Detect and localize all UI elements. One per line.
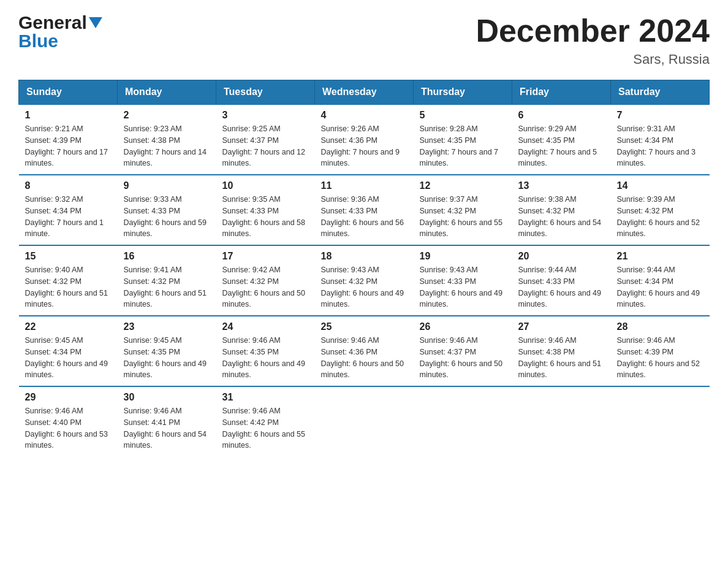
day-info: Sunrise: 9:46 AMSunset: 4:40 PMDaylight:…	[25, 407, 108, 450]
calendar-day-cell: 18 Sunrise: 9:43 AMSunset: 4:32 PMDaylig…	[315, 245, 414, 316]
empty-day-cell	[315, 386, 414, 456]
calendar-day-cell: 12 Sunrise: 9:37 AMSunset: 4:32 PMDaylig…	[414, 175, 512, 245]
day-info: Sunrise: 9:46 AMSunset: 4:42 PMDaylight:…	[222, 407, 306, 450]
day-number: 27	[518, 321, 605, 332]
day-number: 28	[617, 321, 703, 332]
day-info: Sunrise: 9:38 AMSunset: 4:32 PMDaylight:…	[518, 195, 602, 238]
day-info: Sunrise: 9:46 AMSunset: 4:39 PMDaylight:…	[617, 336, 700, 379]
day-number: 31	[222, 392, 309, 403]
calendar-day-cell: 14 Sunrise: 9:39 AMSunset: 4:32 PMDaylig…	[611, 175, 710, 245]
calendar-day-cell: 30 Sunrise: 9:46 AMSunset: 4:41 PMDaylig…	[118, 386, 216, 456]
calendar-week-row: 22 Sunrise: 9:45 AMSunset: 4:34 PMDaylig…	[19, 316, 710, 386]
svg-marker-0	[89, 17, 102, 28]
calendar-day-cell: 7 Sunrise: 9:31 AMSunset: 4:34 PMDayligh…	[611, 104, 710, 175]
title-block: December 2024 Sars, Russia	[476, 12, 710, 67]
empty-day-cell	[512, 386, 611, 456]
day-number: 24	[222, 321, 309, 332]
logo-blue: Blue	[18, 31, 58, 52]
day-number: 15	[25, 251, 112, 262]
day-info: Sunrise: 9:37 AMSunset: 4:32 PMDaylight:…	[420, 195, 503, 238]
day-info: Sunrise: 9:31 AMSunset: 4:34 PMDaylight:…	[617, 124, 696, 167]
day-number: 21	[617, 251, 703, 262]
calendar-day-cell: 21 Sunrise: 9:44 AMSunset: 4:34 PMDaylig…	[611, 245, 710, 316]
logo-general: General	[18, 12, 87, 33]
day-info: Sunrise: 9:40 AMSunset: 4:32 PMDaylight:…	[25, 266, 108, 308]
day-info: Sunrise: 9:46 AMSunset: 4:37 PMDaylight:…	[420, 336, 503, 379]
calendar-day-cell: 24 Sunrise: 9:46 AMSunset: 4:35 PMDaylig…	[216, 316, 315, 386]
day-info: Sunrise: 9:21 AMSunset: 4:39 PMDaylight:…	[25, 124, 108, 167]
day-number: 29	[25, 392, 112, 403]
logo: General Blue	[18, 12, 102, 52]
calendar-day-cell: 16 Sunrise: 9:41 AMSunset: 4:32 PMDaylig…	[118, 245, 216, 316]
day-number: 7	[617, 110, 703, 121]
weekday-header-saturday: Saturday	[611, 80, 710, 105]
calendar-day-cell: 23 Sunrise: 9:45 AMSunset: 4:35 PMDaylig…	[118, 316, 216, 386]
page-header: General Blue December 2024 Sars, Russia	[18, 12, 710, 67]
calendar-day-cell: 11 Sunrise: 9:36 AMSunset: 4:33 PMDaylig…	[315, 175, 414, 245]
weekday-header-row: SundayMondayTuesdayWednesdayThursdayFrid…	[19, 80, 710, 105]
calendar-day-cell: 19 Sunrise: 9:43 AMSunset: 4:33 PMDaylig…	[414, 245, 512, 316]
day-number: 5	[420, 110, 506, 121]
empty-day-cell	[414, 386, 512, 456]
calendar-day-cell: 17 Sunrise: 9:42 AMSunset: 4:32 PMDaylig…	[216, 245, 315, 316]
day-number: 14	[617, 180, 703, 191]
day-info: Sunrise: 9:46 AMSunset: 4:36 PMDaylight:…	[321, 336, 404, 379]
calendar-day-cell: 9 Sunrise: 9:33 AMSunset: 4:33 PMDayligh…	[118, 175, 216, 245]
day-info: Sunrise: 9:29 AMSunset: 4:35 PMDaylight:…	[518, 124, 597, 167]
day-info: Sunrise: 9:44 AMSunset: 4:33 PMDaylight:…	[518, 266, 602, 308]
calendar-day-cell: 2 Sunrise: 9:23 AMSunset: 4:38 PMDayligh…	[118, 104, 216, 175]
day-info: Sunrise: 9:33 AMSunset: 4:33 PMDaylight:…	[124, 195, 207, 238]
weekday-header-thursday: Thursday	[414, 80, 512, 105]
weekday-header-friday: Friday	[512, 80, 611, 105]
day-info: Sunrise: 9:28 AMSunset: 4:35 PMDaylight:…	[420, 124, 499, 167]
calendar-week-row: 29 Sunrise: 9:46 AMSunset: 4:40 PMDaylig…	[19, 386, 710, 456]
day-info: Sunrise: 9:45 AMSunset: 4:34 PMDaylight:…	[25, 336, 108, 379]
weekday-header-tuesday: Tuesday	[216, 80, 315, 105]
day-info: Sunrise: 9:43 AMSunset: 4:33 PMDaylight:…	[420, 266, 503, 308]
day-info: Sunrise: 9:43 AMSunset: 4:32 PMDaylight:…	[321, 266, 404, 308]
day-info: Sunrise: 9:42 AMSunset: 4:32 PMDaylight:…	[222, 266, 306, 308]
day-info: Sunrise: 9:41 AMSunset: 4:32 PMDaylight:…	[124, 266, 207, 308]
day-number: 18	[321, 251, 408, 262]
month-title: December 2024	[476, 12, 710, 49]
day-number: 3	[222, 110, 309, 121]
day-info: Sunrise: 9:46 AMSunset: 4:35 PMDaylight:…	[222, 336, 306, 379]
calendar-day-cell: 31 Sunrise: 9:46 AMSunset: 4:42 PMDaylig…	[216, 386, 315, 456]
calendar-day-cell: 5 Sunrise: 9:28 AMSunset: 4:35 PMDayligh…	[414, 104, 512, 175]
calendar-day-cell: 22 Sunrise: 9:45 AMSunset: 4:34 PMDaylig…	[19, 316, 118, 386]
day-info: Sunrise: 9:39 AMSunset: 4:32 PMDaylight:…	[617, 195, 700, 238]
day-number: 2	[124, 110, 210, 121]
calendar-day-cell: 3 Sunrise: 9:25 AMSunset: 4:37 PMDayligh…	[216, 104, 315, 175]
day-number: 6	[518, 110, 605, 121]
day-info: Sunrise: 9:26 AMSunset: 4:36 PMDaylight:…	[321, 124, 400, 167]
calendar-day-cell: 13 Sunrise: 9:38 AMSunset: 4:32 PMDaylig…	[512, 175, 611, 245]
calendar-day-cell: 8 Sunrise: 9:32 AMSunset: 4:34 PMDayligh…	[19, 175, 118, 245]
day-number: 8	[25, 180, 112, 191]
calendar-day-cell: 15 Sunrise: 9:40 AMSunset: 4:32 PMDaylig…	[19, 245, 118, 316]
day-number: 10	[222, 180, 309, 191]
empty-day-cell	[611, 386, 710, 456]
day-info: Sunrise: 9:32 AMSunset: 4:34 PMDaylight:…	[25, 195, 104, 238]
day-number: 23	[124, 321, 210, 332]
location: Sars, Russia	[476, 52, 710, 67]
day-number: 20	[518, 251, 605, 262]
calendar-week-row: 15 Sunrise: 9:40 AMSunset: 4:32 PMDaylig…	[19, 245, 710, 316]
calendar-day-cell: 4 Sunrise: 9:26 AMSunset: 4:36 PMDayligh…	[315, 104, 414, 175]
day-info: Sunrise: 9:35 AMSunset: 4:33 PMDaylight:…	[222, 195, 306, 238]
weekday-header-wednesday: Wednesday	[315, 80, 414, 105]
calendar-day-cell: 20 Sunrise: 9:44 AMSunset: 4:33 PMDaylig…	[512, 245, 611, 316]
logo-triangle-icon	[89, 17, 102, 31]
calendar-day-cell: 10 Sunrise: 9:35 AMSunset: 4:33 PMDaylig…	[216, 175, 315, 245]
calendar-table: SundayMondayTuesdayWednesdayThursdayFrid…	[18, 80, 710, 456]
day-number: 13	[518, 180, 605, 191]
day-number: 9	[124, 180, 210, 191]
day-info: Sunrise: 9:36 AMSunset: 4:33 PMDaylight:…	[321, 195, 404, 238]
day-info: Sunrise: 9:25 AMSunset: 4:37 PMDaylight:…	[222, 124, 306, 167]
calendar-week-row: 1 Sunrise: 9:21 AMSunset: 4:39 PMDayligh…	[19, 104, 710, 175]
day-info: Sunrise: 9:46 AMSunset: 4:38 PMDaylight:…	[518, 336, 602, 379]
day-number: 17	[222, 251, 309, 262]
day-info: Sunrise: 9:23 AMSunset: 4:38 PMDaylight:…	[124, 124, 207, 167]
calendar-day-cell: 26 Sunrise: 9:46 AMSunset: 4:37 PMDaylig…	[414, 316, 512, 386]
calendar-week-row: 8 Sunrise: 9:32 AMSunset: 4:34 PMDayligh…	[19, 175, 710, 245]
day-number: 26	[420, 321, 506, 332]
